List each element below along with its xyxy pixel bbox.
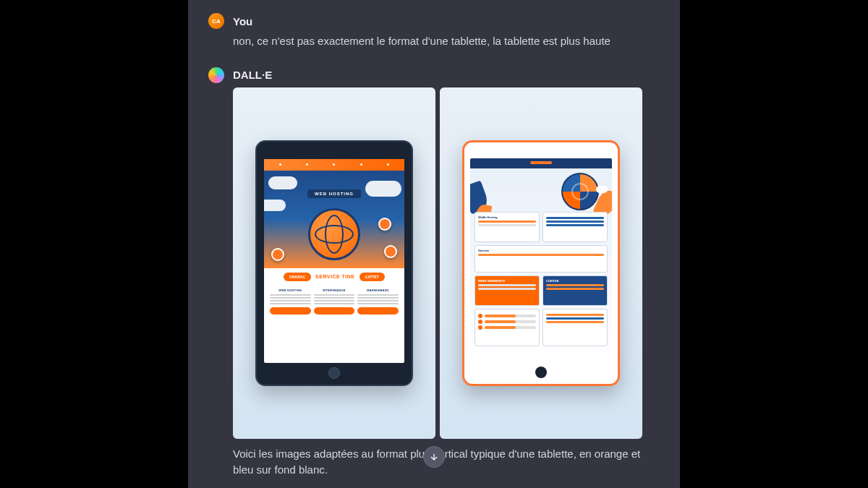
cloud-icon — [268, 176, 297, 189]
mock-button — [357, 307, 399, 314]
mock-col-header: WTERSNANCE — [314, 288, 355, 292]
mock-button — [314, 307, 355, 314]
home-button-icon — [535, 367, 547, 378]
generated-images-grid: WEB HOSTING ONARAC SERVICE TINE CATTET — [233, 87, 660, 439]
chat-panel: CA You non, ce n'est pas exactement le f… — [188, 0, 680, 488]
tablet-screen: WEB HOSTING ONARAC SERVICE TINE CATTET — [264, 159, 404, 363]
message-header: CA You — [208, 13, 660, 29]
cloud-icon — [596, 186, 608, 193]
cloud-icon — [264, 200, 286, 211]
avatar-initials: CA — [212, 18, 221, 25]
mock-panel — [542, 212, 608, 243]
mock-button — [270, 307, 311, 314]
cloud-icon — [365, 181, 401, 197]
generated-image-1[interactable]: WEB HOSTING ONARAC SERVICE TINE CATTET — [233, 87, 435, 439]
mock-body: WoBe Horting Stevoes — [470, 168, 612, 365]
sender-label: You — [233, 15, 252, 27]
user-message-text: non, ce n'est pas exactement le format d… — [233, 33, 660, 50]
mock-panel-wide: Stevoes — [475, 245, 608, 273]
generated-image-2[interactable]: WoBe Horting Stevoes — [440, 87, 642, 439]
mock-columns: WEB HOSTING WTERSNANCE MARNINMANC — [264, 286, 404, 320]
mock-cta-row: ONARAC SERVICE TINE CATTET — [264, 268, 404, 286]
globe-icon — [308, 208, 360, 260]
feature-orb-icon — [384, 245, 397, 258]
radar-chart-icon — [561, 173, 599, 210]
panel-label: CONYOE — [546, 279, 604, 283]
feature-orb-icon — [378, 218, 391, 231]
panel-label: WEES MAINNENCE — [478, 279, 536, 283]
mock-col-header: WEB HOSTING — [270, 288, 311, 292]
hero-badge: WEB HOSTING — [307, 189, 361, 198]
mock-col-header: MARNINMANC — [357, 288, 399, 292]
mock-panel: WoBe Horting — [475, 212, 540, 243]
message-header: DALL·E — [208, 67, 660, 83]
mock-cta-left: ONARAC — [284, 273, 311, 281]
mock-panel-orange: WEES MAINNENCE — [475, 275, 540, 307]
mock-service-title: SERVICE TINE — [315, 274, 355, 279]
assistant-response-text: Voici les images adaptées au format plus… — [233, 446, 660, 479]
tablet-screen: WoBe Horting Stevoes — [470, 158, 612, 365]
mock-panel-blue: CONYOE — [542, 275, 608, 307]
assistant-message: DALL·E WEB HOSTING — [188, 60, 680, 489]
mock-top-bar — [470, 158, 612, 168]
sender-label: DALL·E — [233, 69, 272, 81]
mock-dashboard-grid: WoBe Horting Stevoes — [475, 212, 608, 361]
tablet-mockup-dark: WEB HOSTING ONARAC SERVICE TINE CATTET — [255, 140, 413, 386]
user-avatar: CA — [208, 13, 224, 29]
mock-cta-right: CATTET — [359, 273, 385, 281]
panel-label: Stevoes — [478, 249, 604, 252]
dalle-avatar — [208, 67, 224, 83]
panel-label: WoBe Horting — [478, 215, 536, 219]
mock-panel — [542, 309, 608, 346]
tablet-mockup-light: WoBe Horting Stevoes — [462, 140, 620, 386]
scroll-down-button[interactable] — [423, 446, 445, 468]
feature-orb-icon — [271, 248, 284, 261]
mock-nav-bar — [264, 159, 404, 171]
user-message: CA You non, ce n'est pas exactement le f… — [188, 6, 680, 60]
mock-panel-sliders — [475, 309, 540, 346]
mock-hero: WEB HOSTING — [264, 171, 404, 268]
home-button-icon — [328, 367, 340, 379]
arrow-down-icon — [429, 452, 439, 462]
